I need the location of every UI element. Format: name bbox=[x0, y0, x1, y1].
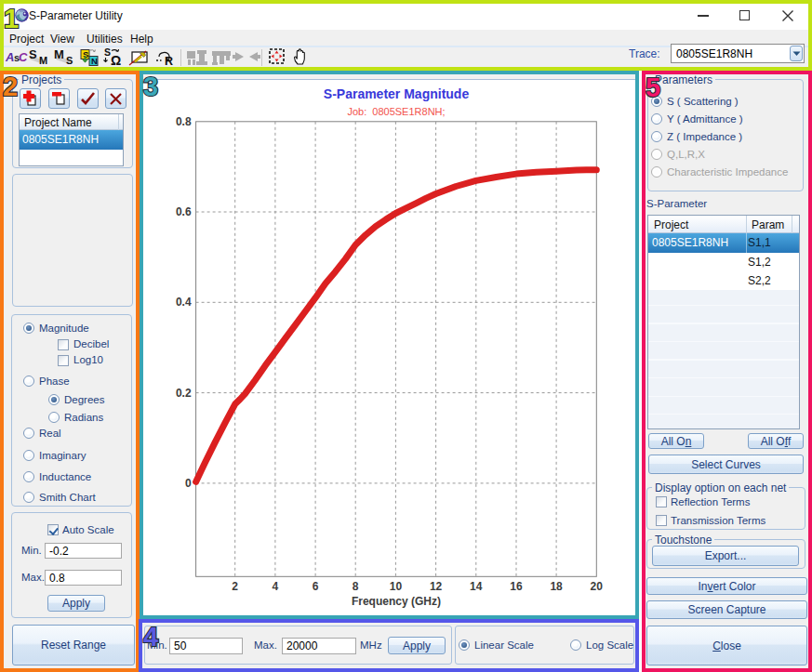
svg-text:M: M bbox=[54, 47, 64, 61]
svg-text:12: 12 bbox=[430, 580, 443, 593]
svg-text:C: C bbox=[19, 50, 28, 64]
svg-text:4: 4 bbox=[143, 622, 158, 652]
svg-text:16: 16 bbox=[510, 580, 523, 593]
svg-text:0.2: 0.2 bbox=[176, 387, 192, 400]
svg-text:3: 3 bbox=[143, 72, 158, 101]
svg-text:2: 2 bbox=[232, 580, 238, 593]
svg-text:8: 8 bbox=[353, 580, 359, 593]
svg-text:S: S bbox=[66, 55, 73, 66]
svg-text:N: N bbox=[91, 56, 98, 66]
svg-text:Ω: Ω bbox=[111, 53, 121, 68]
svg-text:R: R bbox=[165, 55, 173, 68]
svg-text:S: S bbox=[104, 46, 111, 58]
svg-text:Job: 0805SE1R8NH;: Job: 0805SE1R8NH; bbox=[347, 106, 445, 117]
svg-text:0: 0 bbox=[185, 477, 192, 490]
svg-text:4: 4 bbox=[273, 580, 279, 593]
svg-text:S: S bbox=[29, 47, 37, 61]
svg-text:0.6: 0.6 bbox=[176, 205, 192, 218]
svg-text:Frequency (GHz): Frequency (GHz) bbox=[352, 595, 441, 608]
svg-text:1: 1 bbox=[4, 4, 19, 33]
svg-text:14: 14 bbox=[470, 580, 483, 593]
svg-text:10: 10 bbox=[390, 580, 403, 593]
svg-text:18: 18 bbox=[550, 580, 563, 593]
svg-text:A: A bbox=[5, 50, 14, 64]
svg-text:S-Parameter Magnitude: S-Parameter Magnitude bbox=[324, 86, 470, 101]
svg-text:2: 2 bbox=[3, 72, 18, 101]
svg-text:20: 20 bbox=[591, 580, 604, 593]
svg-text:5: 5 bbox=[646, 72, 660, 102]
svg-text:6: 6 bbox=[313, 580, 319, 593]
svg-text:0.4: 0.4 bbox=[176, 296, 192, 309]
svg-text:0.8: 0.8 bbox=[176, 115, 192, 128]
svg-text:M: M bbox=[39, 55, 47, 66]
